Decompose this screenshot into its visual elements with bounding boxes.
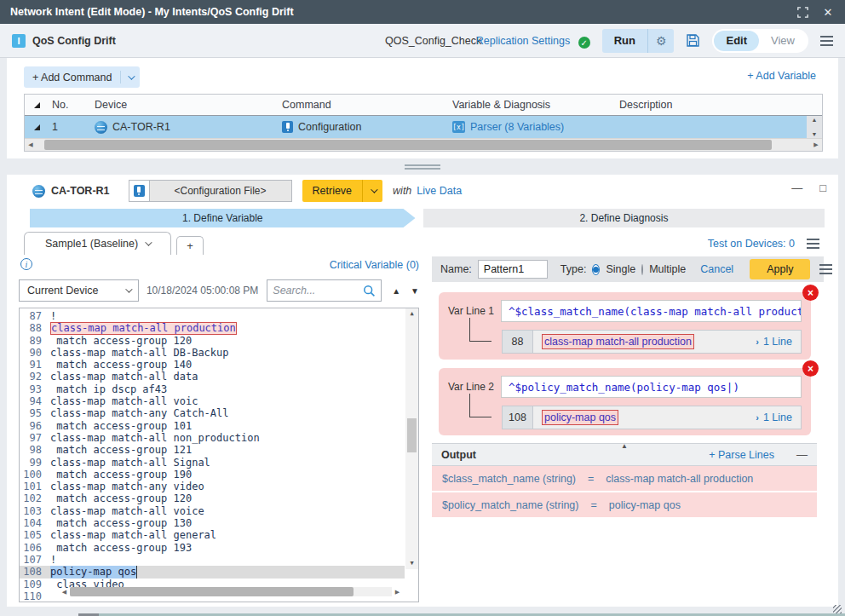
parse-lines-link[interactable]: + Parse Lines: [709, 449, 774, 461]
scroll-down-icon[interactable]: ▼: [812, 131, 818, 137]
delete-var-line-icon[interactable]: ×: [802, 285, 819, 301]
device-select-dropdown[interactable]: Current Device: [19, 279, 139, 302]
code-line[interactable]: 98 match access-group 121: [20, 444, 405, 456]
line-text: class-map match-all non_production: [50, 432, 260, 444]
code-line[interactable]: 93 match ip dscp af43: [20, 383, 405, 395]
scroll-left-icon[interactable]: ◀: [59, 589, 70, 596]
add-variable-link[interactable]: + Add Variable: [747, 70, 816, 82]
expand-all-icon[interactable]: [25, 102, 49, 108]
radio-multiple[interactable]: [641, 264, 643, 275]
code-horizontal-scrollbar[interactable]: ◀ ▶: [59, 586, 403, 597]
edit-toggle[interactable]: Edit: [714, 31, 759, 51]
run-settings-gear-icon[interactable]: ⚙: [647, 29, 675, 53]
code-line[interactable]: 96 match access-group 101: [20, 420, 405, 432]
line-text: class-map match-all DB-Backup: [50, 347, 229, 359]
info-icon[interactable]: i: [20, 258, 32, 270]
find-previous-icon[interactable]: ▲: [392, 286, 400, 296]
save-icon[interactable]: [686, 33, 700, 48]
add-command-button[interactable]: + Add Command: [24, 66, 140, 88]
scroll-right-icon[interactable]: ▶: [810, 141, 822, 148]
row-expand-icon[interactable]: [25, 124, 49, 130]
table-vertical-scrollbar[interactable]: ▲ ▼: [807, 116, 822, 138]
maximize-icon[interactable]: [796, 5, 809, 19]
pattern-name-input[interactable]: [478, 260, 548, 279]
collapse-output-icon[interactable]: ▲: [621, 442, 628, 450]
minimize-output-icon[interactable]: —: [796, 448, 808, 461]
code-line[interactable]: 104 match access-group 130: [20, 517, 405, 529]
code-line[interactable]: 107!: [20, 554, 405, 566]
code-line[interactable]: 108policy-map qos: [20, 566, 405, 578]
retrieve-dropdown[interactable]: [362, 180, 382, 202]
collapse-icon[interactable]: —: [791, 181, 802, 194]
search-input[interactable]: [273, 285, 363, 296]
find-next-icon[interactable]: ▼: [411, 286, 419, 296]
line-number: 97: [20, 432, 50, 444]
scroll-up-icon[interactable]: ▲: [812, 117, 818, 123]
delete-var-line-icon[interactable]: ×: [802, 360, 819, 377]
expand-lines-link[interactable]: ›1 Line: [756, 336, 801, 348]
search-icon[interactable]: [363, 285, 376, 297]
configuration-file-label[interactable]: <Configuration File>: [150, 181, 291, 201]
add-command-dropdown[interactable]: [120, 71, 140, 83]
output-variable-name: $policy_match_name (string): [442, 499, 579, 511]
code-line[interactable]: 92class-map match-all data: [20, 371, 405, 383]
step-define-diagnosis[interactable]: 2. Define Diagnosis: [423, 209, 825, 227]
panel-splitter-handle[interactable]: [0, 158, 845, 175]
maximize-panel-icon[interactable]: □: [819, 181, 826, 194]
tab-sample1-baseline[interactable]: Sample1 (Baseline): [24, 232, 171, 255]
line-number: 101: [20, 481, 50, 492]
scroll-left-icon[interactable]: ◀: [25, 141, 37, 148]
table-row[interactable]: 1 CA-TOR-R1 Configuration [x]Parser (8 V…: [25, 116, 822, 138]
step-define-variable[interactable]: 1. Define Variable: [30, 209, 416, 227]
critical-variable-link[interactable]: Critical Variable (0): [330, 259, 419, 271]
radio-single-label[interactable]: Single: [606, 263, 635, 275]
col-variable-diagnosis: Variable & Diagnosis: [452, 99, 619, 111]
code-line[interactable]: 94class-map match-all voic: [20, 395, 405, 407]
configuration-icon: [282, 121, 293, 133]
row-parser-link[interactable]: Parser (8 Variables): [470, 121, 564, 133]
code-line[interactable]: 99class-map match-all Signal: [20, 457, 405, 469]
scrollbar-thumb[interactable]: [44, 140, 772, 150]
code-line[interactable]: 105class-map match-all general: [20, 529, 405, 541]
configuration-text-viewer[interactable]: 87!88class-map match-all production89 ma…: [19, 308, 419, 602]
code-line[interactable]: 91 match access-group 140: [20, 359, 405, 371]
cancel-button[interactable]: Cancel: [700, 263, 733, 275]
radio-multiple-label[interactable]: Multiple: [649, 263, 686, 275]
expand-lines-link[interactable]: ›1 Line: [756, 412, 801, 423]
add-sample-tab[interactable]: +: [176, 236, 204, 255]
replication-settings-link[interactable]: Replication Settings ✓: [476, 32, 590, 49]
close-icon[interactable]: ✕: [821, 5, 835, 19]
run-button[interactable]: Run: [602, 34, 647, 47]
scrollbar-thumb[interactable]: [407, 418, 417, 452]
live-data-link[interactable]: Live Data: [417, 185, 462, 197]
search-box[interactable]: [267, 279, 382, 302]
code-vertical-scrollbar[interactable]: ▲ ▼: [405, 308, 418, 569]
pattern-menu-icon[interactable]: [819, 264, 832, 274]
code-line[interactable]: 87!: [20, 310, 405, 322]
scrollbar-thumb[interactable]: [70, 587, 354, 596]
code-line[interactable]: 89 match access-group 120: [20, 335, 405, 347]
code-line[interactable]: 100 match access-group 190: [20, 469, 405, 481]
code-line[interactable]: 95class-map match-any Catch-All: [20, 407, 405, 419]
code-line[interactable]: 97class-map match-all non_production: [20, 432, 405, 444]
code-line[interactable]: 88class-map match-all production: [20, 322, 405, 334]
view-toggle[interactable]: View: [759, 31, 807, 51]
scroll-right-icon[interactable]: ▶: [392, 589, 403, 596]
table-horizontal-scrollbar[interactable]: ◀ ▶: [25, 138, 822, 151]
code-line[interactable]: 101class-map match-any video: [20, 481, 405, 492]
configuration-file-selector[interactable]: <Configuration File>: [129, 180, 292, 202]
scroll-down-icon[interactable]: ▼: [405, 561, 418, 567]
retrieve-button[interactable]: Retrieve: [302, 180, 363, 202]
code-line[interactable]: 102 match access-group 120: [20, 492, 405, 504]
code-line[interactable]: 106 match access-group 193: [20, 542, 405, 554]
scroll-up-icon[interactable]: ▲: [405, 311, 418, 317]
code-line[interactable]: 90class-map match-all DB-Backup: [20, 347, 405, 359]
header-menu-icon[interactable]: [820, 36, 833, 46]
var-line-regex-input[interactable]: ^$policy_match_name(policy-map qos|): [501, 376, 802, 398]
apply-button[interactable]: Apply: [750, 259, 810, 279]
radio-single[interactable]: [592, 264, 600, 275]
resize-grip[interactable]: [833, 605, 842, 613]
code-line[interactable]: 103class-map match-all voice: [20, 505, 405, 517]
var-line-regex-input[interactable]: ^$class_match_name(class-map match-all p…: [501, 300, 802, 322]
intent-name: QoS Config Drift: [32, 35, 116, 47]
